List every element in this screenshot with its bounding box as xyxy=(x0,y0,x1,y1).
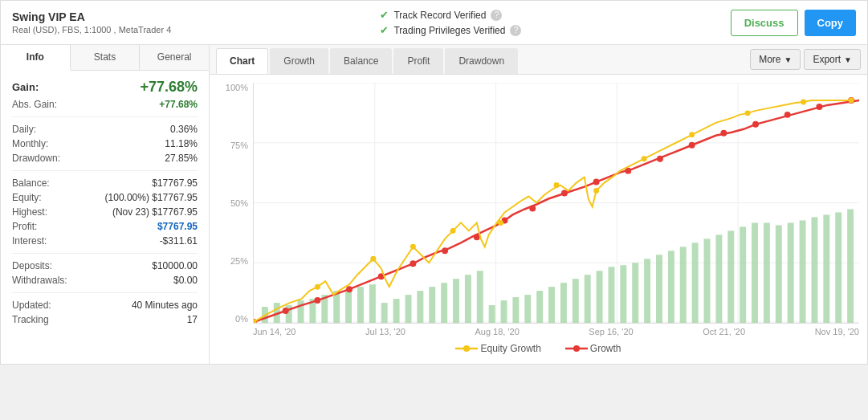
chart-tab-chart[interactable]: Chart xyxy=(216,48,268,74)
chart-tab-profit[interactable]: Profit xyxy=(393,48,443,74)
svg-rect-38 xyxy=(608,267,614,323)
balance-label: Balance: xyxy=(12,177,50,189)
profit-row: Profit: $7767.95 xyxy=(12,221,198,232)
more-button[interactable]: More ▼ xyxy=(750,49,801,70)
abs-gain-row: Abs. Gain: +77.68% xyxy=(12,99,198,110)
svg-rect-21 xyxy=(405,295,412,323)
x-label-4: Sep 16, '20 xyxy=(589,327,633,336)
svg-rect-19 xyxy=(381,303,388,323)
highest-row: Highest: (Nov 23) $17767.95 xyxy=(12,206,198,218)
chart-tab-drawdown[interactable]: Drawdown xyxy=(445,48,518,74)
svg-rect-44 xyxy=(680,247,687,323)
discuss-button[interactable]: Discuss xyxy=(731,10,798,36)
tab-info[interactable]: Info xyxy=(1,45,71,71)
interest-value: -$311.61 xyxy=(160,235,198,247)
svg-point-69 xyxy=(561,190,568,197)
svg-point-95 xyxy=(573,345,580,352)
svg-point-81 xyxy=(370,256,376,262)
svg-point-91 xyxy=(849,97,854,103)
svg-rect-57 xyxy=(835,212,842,323)
updated-label: Updated: xyxy=(12,300,51,311)
svg-point-80 xyxy=(315,284,320,290)
withdrawals-row: Withdrawals: $0.00 xyxy=(12,275,198,286)
help-icon-privileges[interactable]: ? xyxy=(510,25,521,36)
left-tabs: Info Stats General xyxy=(1,45,209,71)
drawdown-label: Drawdown: xyxy=(12,153,60,164)
monthly-value: 11.18% xyxy=(165,138,198,149)
highest-value: (Nov 23) $17767.95 xyxy=(112,206,198,218)
chart-tab-growth[interactable]: Growth xyxy=(270,48,328,74)
header-actions: Discuss Copy xyxy=(731,10,856,36)
svg-rect-34 xyxy=(560,283,567,323)
verification-badges: ✔ Track Record Verified ? ✔ Trading Priv… xyxy=(380,9,521,36)
svg-rect-43 xyxy=(668,251,674,323)
check-icon-2: ✔ xyxy=(380,24,389,36)
updated-row: Updated: 40 Minutes ago xyxy=(12,300,198,311)
x-axis: Jun 14, '20 Jul 13, '20 Aug 18, '20 Sep … xyxy=(253,324,859,336)
gain-row: Gain: +77.68% xyxy=(12,79,198,96)
profit-label: Profit: xyxy=(12,221,37,232)
svg-rect-46 xyxy=(704,239,711,323)
svg-rect-54 xyxy=(800,220,806,323)
equity-growth-line-icon xyxy=(455,345,478,353)
withdrawals-label: Withdrawals: xyxy=(12,275,67,286)
legend-growth: Growth xyxy=(565,343,621,354)
tab-stats[interactable]: Stats xyxy=(71,45,141,70)
track-record-verified: ✔ Track Record Verified ? xyxy=(380,9,521,21)
svg-rect-23 xyxy=(429,287,435,323)
legend-equity-growth: Equity Growth xyxy=(455,343,540,354)
drawdown-value: 27.85% xyxy=(165,153,198,164)
daily-label: Daily: xyxy=(12,124,36,135)
svg-rect-40 xyxy=(632,263,638,323)
abs-gain-label: Abs. Gain: xyxy=(12,99,57,110)
y-label-25: 25% xyxy=(218,256,248,266)
balance-value: $17767.95 xyxy=(152,177,198,189)
x-label-3: Aug 18, '20 xyxy=(475,327,519,336)
svg-point-76 xyxy=(784,112,791,118)
x-label-5: Oct 21, '20 xyxy=(703,327,745,336)
svg-point-83 xyxy=(450,228,456,234)
svg-point-65 xyxy=(442,247,448,254)
y-label-75: 75% xyxy=(218,141,248,150)
tab-general[interactable]: General xyxy=(140,45,209,70)
svg-rect-56 xyxy=(823,214,829,323)
svg-point-68 xyxy=(529,205,536,211)
gain-label: Gain: xyxy=(12,81,39,93)
svg-rect-25 xyxy=(453,279,459,323)
svg-rect-31 xyxy=(524,295,531,323)
highest-label: Highest: xyxy=(12,206,47,218)
svg-point-60 xyxy=(283,308,289,314)
svg-rect-22 xyxy=(417,291,423,323)
svg-point-93 xyxy=(463,345,470,352)
svg-point-61 xyxy=(314,297,320,304)
chart-wrapper: 100% 75% 50% 25% 0% xyxy=(253,83,859,324)
deposits-label: Deposits: xyxy=(12,260,52,271)
svg-rect-24 xyxy=(441,283,447,323)
equity-value: (100.00%) $17767.95 xyxy=(105,192,198,203)
copy-button[interactable]: Copy xyxy=(805,10,857,36)
help-icon-track[interactable]: ? xyxy=(491,10,502,21)
svg-rect-32 xyxy=(536,291,543,323)
x-label-1: Jun 14, '20 xyxy=(253,327,295,336)
export-button[interactable]: Export ▼ xyxy=(804,49,861,70)
monthly-row: Monthly: 11.18% xyxy=(12,138,198,149)
right-panel: Chart Growth Balance Profit Drawdown Mor… xyxy=(210,45,867,364)
y-axis: 100% 75% 50% 25% 0% xyxy=(218,83,248,324)
check-icon: ✔ xyxy=(380,9,389,21)
svg-point-82 xyxy=(410,244,416,250)
svg-point-64 xyxy=(410,260,416,267)
svg-point-87 xyxy=(642,156,647,161)
equity-row: Equity: (100.00%) $17767.95 xyxy=(12,192,198,203)
deposits-value: $10000.00 xyxy=(152,260,198,271)
growth-line-icon xyxy=(565,345,588,353)
interest-row: Interest: -$311.61 xyxy=(12,235,198,247)
chart-tab-balance[interactable]: Balance xyxy=(330,48,392,74)
daily-value: 0.36% xyxy=(170,124,198,135)
info-section: Gain: +77.68% Abs. Gain: +77.68% Daily: … xyxy=(1,71,209,336)
chart-right-buttons: More ▼ Export ▼ xyxy=(750,49,861,70)
svg-rect-33 xyxy=(548,287,555,323)
svg-point-77 xyxy=(816,104,822,110)
svg-rect-47 xyxy=(715,234,722,323)
svg-rect-30 xyxy=(512,297,519,323)
balance-row: Balance: $17767.95 xyxy=(12,177,198,189)
